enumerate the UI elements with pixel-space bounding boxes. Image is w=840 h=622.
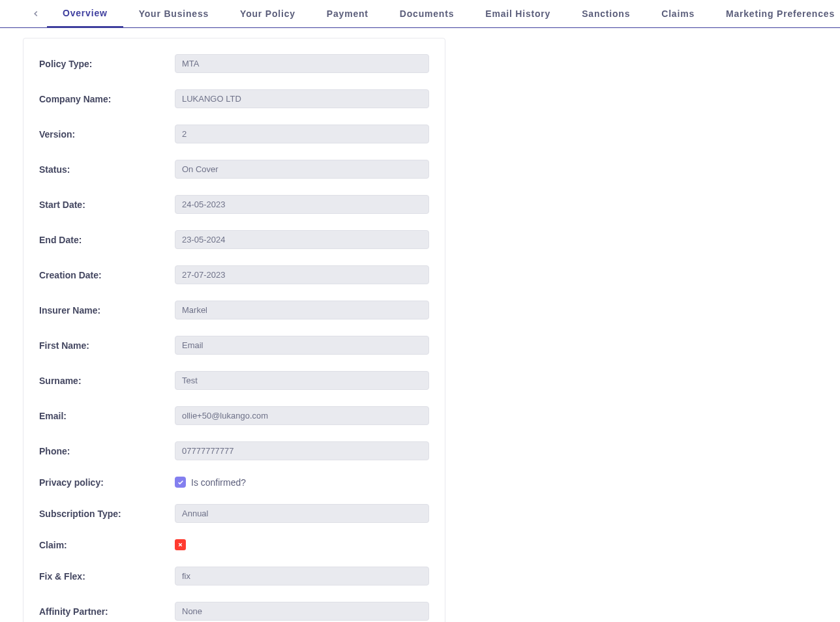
- row-status: Status: On Cover: [39, 160, 429, 179]
- label-version: Version:: [39, 129, 175, 140]
- row-first-name: First Name: Email: [39, 336, 429, 355]
- label-claim: Claim:: [39, 540, 175, 550]
- value-status: On Cover: [175, 160, 429, 179]
- row-email: Email: ollie+50@lukango.com: [39, 406, 429, 425]
- value-surname: Test: [175, 371, 429, 390]
- x-icon: [177, 542, 183, 548]
- tab-documents[interactable]: Documents: [384, 0, 470, 27]
- row-fix-flex: Fix & Flex: fix: [39, 567, 429, 585]
- tabs-container: Overview Your Business Your Policy Payme…: [47, 0, 840, 27]
- tab-payment[interactable]: Payment: [311, 0, 384, 27]
- row-version: Version: 2: [39, 125, 429, 143]
- value-start-date: 24-05-2023: [175, 195, 429, 214]
- label-creation-date: Creation Date:: [39, 270, 175, 280]
- check-icon: [177, 479, 184, 486]
- row-company-name: Company Name: LUKANGO LTD: [39, 89, 429, 108]
- back-button[interactable]: [31, 9, 40, 18]
- value-email: ollie+50@lukango.com: [175, 406, 429, 425]
- tab-claims[interactable]: Claims: [646, 0, 710, 27]
- overview-card: Policy Type: MTA Company Name: LUKANGO L…: [23, 38, 445, 622]
- tab-email-history[interactable]: Email History: [470, 0, 566, 27]
- label-policy-type: Policy Type:: [39, 59, 175, 69]
- label-fix-flex: Fix & Flex:: [39, 571, 175, 582]
- value-insurer-name: Markel: [175, 301, 429, 319]
- value-end-date: 23-05-2024: [175, 230, 429, 249]
- row-policy-type: Policy Type: MTA: [39, 54, 429, 73]
- label-affinity-partner: Affinity Partner:: [39, 606, 175, 617]
- label-end-date: End Date:: [39, 235, 175, 245]
- label-first-name: First Name:: [39, 340, 175, 351]
- value-fix-flex: fix: [175, 567, 429, 585]
- value-version: 2: [175, 125, 429, 143]
- row-creation-date: Creation Date: 27-07-2023: [39, 265, 429, 284]
- label-status: Status:: [39, 164, 175, 175]
- label-company-name: Company Name:: [39, 94, 175, 104]
- row-affinity-partner: Affinity Partner: None: [39, 602, 429, 621]
- value-policy-type: MTA: [175, 54, 429, 73]
- value-phone: 07777777777: [175, 441, 429, 460]
- row-surname: Surname: Test: [39, 371, 429, 390]
- label-insurer-name: Insurer Name:: [39, 305, 175, 316]
- row-insurer-name: Insurer Name: Markel: [39, 301, 429, 319]
- claim-badge: [175, 539, 186, 550]
- value-company-name: LUKANGO LTD: [175, 89, 429, 108]
- privacy-policy-checkbox-wrapper: Is confirmed?: [175, 477, 246, 488]
- row-phone: Phone: 07777777777: [39, 441, 429, 460]
- label-start-date: Start Date:: [39, 200, 175, 210]
- tab-sanctions[interactable]: Sanctions: [566, 0, 646, 27]
- row-subscription-type: Subscription Type: Annual: [39, 504, 429, 523]
- value-creation-date: 27-07-2023: [175, 265, 429, 284]
- row-privacy-policy: Privacy policy: Is confirmed?: [39, 477, 429, 488]
- label-privacy-policy: Privacy policy:: [39, 477, 175, 488]
- value-affinity-partner: None: [175, 602, 429, 621]
- value-subscription-type: Annual: [175, 504, 429, 523]
- tab-marketing-preferences[interactable]: Marketing Preferences: [710, 0, 840, 27]
- label-phone: Phone:: [39, 446, 175, 456]
- row-claim: Claim:: [39, 539, 429, 550]
- label-subscription-type: Subscription Type:: [39, 509, 175, 519]
- privacy-policy-checkbox-label: Is confirmed?: [191, 477, 246, 488]
- tab-your-business[interactable]: Your Business: [123, 0, 224, 27]
- row-start-date: Start Date: 24-05-2023: [39, 195, 429, 214]
- chevron-left-icon: [31, 9, 40, 18]
- row-end-date: End Date: 23-05-2024: [39, 230, 429, 249]
- tab-your-policy[interactable]: Your Policy: [224, 0, 311, 27]
- tab-bar: Overview Your Business Your Policy Payme…: [0, 0, 840, 28]
- value-first-name: Email: [175, 336, 429, 355]
- privacy-policy-checkbox[interactable]: [175, 477, 186, 488]
- tab-overview[interactable]: Overview: [47, 0, 123, 27]
- label-surname: Surname:: [39, 376, 175, 386]
- label-email: Email:: [39, 411, 175, 421]
